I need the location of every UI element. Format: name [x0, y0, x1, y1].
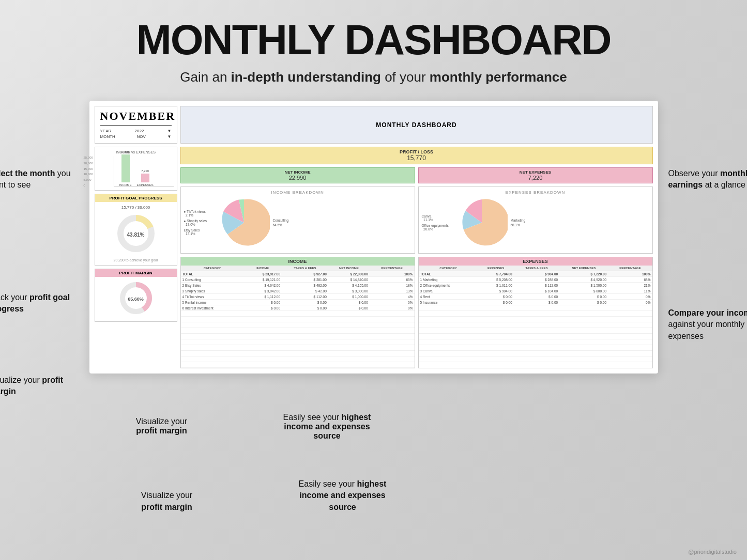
th-net-income: NET INCOME — [328, 266, 370, 271]
db-header: NOVEMBER YEAR 2022 ▼ MONTH NOV ▼ MONTHLY… — [95, 106, 653, 144]
expenses-table-header-row: CATEGORY EXPENSES TAXES & FEES NET EXPEN… — [419, 266, 652, 271]
expenses-total-row: TOTAL $ 7,704.00 $ 904.00 $ 7,220.00 100… — [419, 271, 652, 277]
margin-percentage: 65.60% — [128, 297, 144, 302]
marketing-legend: Marketing 68.1% — [511, 217, 526, 228]
expenses-pie-container: Canva 11.1% Office equipments 20.8% — [422, 197, 649, 248]
net-expenses-label: NET EXPENSES — [423, 170, 648, 175]
table-row: 1 Consulting $ 19,121.00 $ 281.00 $ 14,8… — [181, 277, 415, 283]
annotation-select-month: Select the month you want to see — [0, 168, 77, 191]
income-bar-group: 22,990 INCOME — [119, 150, 132, 186]
th-exp-net: NET EXPENSES — [559, 266, 608, 271]
income-total-row: TOTAL $ 23,917.00 $ 927.00 $ 22,980.00 1… — [181, 271, 415, 277]
income-bar-label: INCOME — [119, 183, 132, 186]
expenses-table: EXPENSES CATEGORY EXPENSES TAXES & FEES … — [418, 257, 653, 368]
expenses-pie-svg — [456, 197, 508, 248]
annotation-track-profit: Track your profit goal progress — [0, 292, 79, 315]
annotation-visualize-margin: Visualize your profit margin — [0, 375, 79, 398]
table-row — [419, 311, 652, 317]
legend-canva: Canva 11.1% — [422, 214, 453, 222]
table-row — [419, 322, 652, 328]
th-category: CATEGORY — [181, 266, 244, 271]
table-row: 2 Etsy Sales $ 4,642.00 $ 482.00 $ 4,155… — [181, 283, 415, 288]
profit-loss-label: PROFIT / LOSS — [400, 149, 433, 154]
month-row: MONTH NOV ▼ — [100, 134, 172, 139]
table-row — [419, 305, 652, 311]
main-dashboard-header: MONTHLY DASHBOARD — [180, 106, 653, 144]
annotation-compare-income: Compare your income against your monthly… — [668, 307, 748, 342]
table-row: 1 Marketing $ 5,208.00 $ 288.00 $ 4,920.… — [419, 277, 652, 283]
chevron-icon[interactable]: ▼ — [167, 134, 172, 139]
legend-office: Office equipments 20.8% — [422, 224, 453, 231]
goal-subtext: 20,230 to achieve your goal — [113, 258, 158, 262]
ann-profit-margin-bottom: Visualize yourprofit margin — [120, 417, 203, 435]
income-pie-container: ● TikTok views 2.1% ● Shopify sales 17.0… — [184, 197, 411, 248]
watermark: @prioridigitalstudio — [688, 549, 737, 555]
profit-margin-content: 65.60% — [95, 277, 177, 321]
expenses-data-table: CATEGORY EXPENSES TAXES & FEES NET EXPEN… — [419, 266, 652, 362]
ann-easily-see-bottom: Easily see your highest income and expen… — [270, 413, 384, 441]
donut-percentage: 43.81% — [127, 232, 145, 238]
table-row — [181, 345, 415, 351]
profit-goal-content: 15,770 / 36,000 43.81% 20,230 to achi — [95, 202, 177, 265]
expenses-bar-value: 7,220 — [141, 169, 149, 173]
page-title: MONTHLY DASHBOARD — [136, 15, 611, 64]
tables-row: INCOME CATEGORY INCOME TAXES & FEES NET … — [180, 257, 653, 368]
table-row — [181, 322, 415, 328]
profit-loss-bar: PROFIT / LOSS 15,770 — [180, 147, 653, 164]
income-breakdown-title: INCOME BREAKDOWN — [184, 190, 411, 195]
table-row — [181, 311, 415, 317]
subtitle-bold2: monthly performance — [430, 69, 567, 85]
table-row: 4 Rent $ 0.00 $ 0.00 $ 0.00 0% — [419, 294, 652, 300]
expenses-bar — [141, 174, 149, 182]
th-exp-taxes: TAXES & FEES — [514, 266, 559, 271]
table-row: 3 Canva $ 904.00 $ 104.00 $ 800.00 11% — [419, 288, 652, 294]
right-area: PROFIT / LOSS 15,770 NET INCOME 22,990 N… — [180, 147, 653, 368]
legend-shopify: ● Shopify sales 17.0% — [184, 219, 215, 226]
profit-margin-header: PROFIT MARGIN — [95, 269, 177, 277]
th-exp-expenses: EXPENSES — [478, 266, 514, 271]
subtitle-bold1: in-depth understanding — [231, 69, 381, 85]
legend-etsy: Etsy Sales 13.1% — [184, 228, 215, 236]
table-row — [181, 334, 415, 339]
table-row — [181, 339, 415, 345]
y-axis-labels: 25,000 20,000 15,000 10,000 5,000 0 — [84, 156, 93, 187]
chevron-icon[interactable]: ▼ — [167, 129, 172, 133]
table-row — [181, 362, 415, 368]
table-row: 5 Insurance $ 0.00 $ 0.00 $ 0.00 0% — [419, 300, 652, 305]
month-title: NOVEMBER — [100, 110, 172, 126]
db-content: INCOME vs EXPENSES 25,000 20,000 15,000 … — [95, 147, 653, 368]
table-row — [419, 356, 652, 362]
income-data-table: CATEGORY INCOME TAXES & FEES NET INCOME … — [181, 266, 415, 368]
charts-row: INCOME BREAKDOWN ● TikTok views 2.1% ● S… — [180, 186, 653, 254]
table-row — [181, 351, 415, 356]
bottom-annotations-area: Visualize yourprofit margin Easily see y… — [89, 374, 658, 446]
table-row — [419, 339, 652, 345]
expenses-breakdown-title: EXPENSES BREAKDOWN — [422, 190, 649, 195]
net-expenses-value: 7,220 — [423, 175, 648, 181]
november-panel: NOVEMBER YEAR 2022 ▼ MONTH NOV ▼ — [95, 106, 177, 144]
legend-tiktok: ● TikTok views 2.1% — [184, 210, 215, 217]
th-exp-category: CATEGORY — [419, 266, 478, 271]
year-row: YEAR 2022 ▼ — [100, 129, 172, 133]
income-vs-expenses-chart: INCOME vs EXPENSES 25,000 20,000 15,000 … — [95, 147, 177, 191]
margin-donut-chart: 65.60% — [118, 280, 154, 318]
income-table: INCOME CATEGORY INCOME TAXES & FEES NET … — [180, 257, 415, 368]
annotation-observe-earnings: Observe your monthly earnings at a glanc… — [668, 168, 748, 191]
table-row — [181, 328, 415, 334]
expenses-bar-group: 7,220 EXPENSES — [137, 169, 154, 186]
table-row — [419, 345, 652, 351]
profit-goal-header: PROFIT GOAL PROGRESS — [95, 194, 177, 202]
income-table-header-row: CATEGORY INCOME TAXES & FEES NET INCOME … — [181, 266, 415, 271]
table-row — [419, 334, 652, 339]
table-row — [419, 328, 652, 334]
income-table-header: INCOME — [181, 257, 415, 266]
expenses-pie-legend: Canva 11.1% Office equipments 20.8% — [422, 213, 453, 232]
table-row — [419, 351, 652, 356]
income-pie-legend: ● TikTok views 2.1% ● Shopify sales 17.0… — [184, 209, 215, 237]
consulting-legend: Consulting 64.5% — [273, 217, 289, 228]
income-breakdown-chart: INCOME BREAKDOWN ● TikTok views 2.1% ● S… — [180, 186, 415, 254]
profit-goal-panel: PROFIT GOAL PROGRESS 15,770 / 36,000 — [95, 194, 177, 266]
table-row: 3 Shopify sales $ 3,042.00 $ 42.00 $ 3,0… — [181, 288, 415, 294]
dashboard-wrapper: Select the month you want to see Track y… — [89, 101, 658, 446]
profit-goal-numbers: 15,770 / 36,000 — [121, 205, 150, 210]
